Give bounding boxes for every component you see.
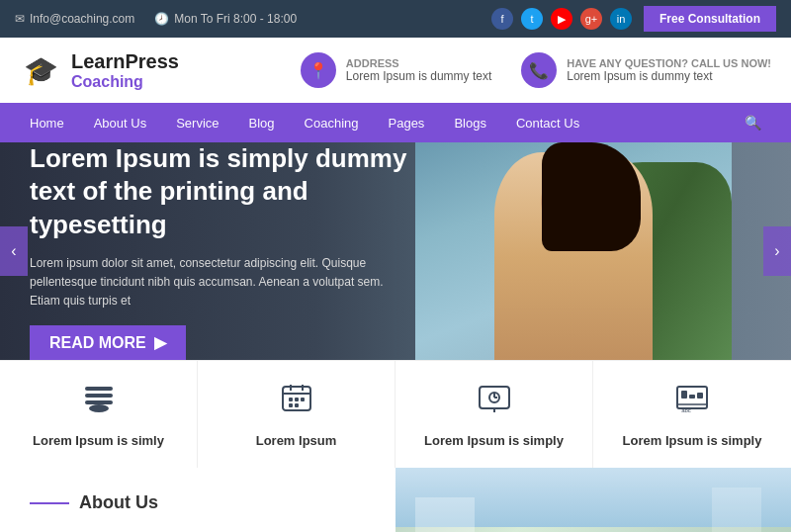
nav-item-service[interactable]: Service	[161, 104, 233, 142]
googleplus-icon[interactable]: g+	[580, 8, 602, 30]
twitter-icon[interactable]: t	[521, 8, 543, 30]
hero-description: Lorem ipsum dolor sit amet, consectetur …	[30, 254, 415, 311]
navbar: Home About Us Service Blog Coaching Page…	[0, 103, 791, 142]
logo: 🎓 LearnPress Coaching	[20, 49, 179, 91]
linkedin-icon[interactable]: in	[610, 8, 632, 30]
social-icons: f t ▶ g+ in	[491, 8, 632, 30]
hero-content: Lorem Ipsum is simply dummy text of the …	[0, 142, 445, 360]
header-info: 📍 ADDRESS Lorem Ipsum is dummy text 📞 Ha…	[301, 52, 771, 88]
about-section: About Us Lorem ipsum dolor sit amet, con…	[0, 468, 791, 532]
hours-info: 🕗 Mon To Fri 8:00 - 18:00	[154, 12, 297, 26]
phone-icon: 📞	[521, 52, 557, 88]
free-consultation-button[interactable]: Free Consultation	[644, 6, 776, 32]
nav-item-home[interactable]: Home	[15, 104, 79, 142]
svg-rect-10	[301, 398, 305, 401]
svg-rect-22	[697, 393, 703, 399]
logo-text: LearnPress Coaching	[71, 50, 179, 91]
svg-rect-12	[295, 403, 299, 407]
email-text: Info@coaching.com	[30, 12, 134, 26]
next-slide-button[interactable]: ›	[763, 226, 791, 276]
address-text: ADDRESS Lorem Ipsum is dummy text	[346, 57, 491, 83]
location-icon: 📍	[301, 52, 336, 88]
hero-title: Lorem Ipsum is simply dummy text of the …	[30, 142, 415, 242]
feature-item-1: Lorem Ipsum is simly	[0, 361, 198, 468]
nav-item-blog[interactable]: Blog	[234, 104, 290, 142]
facebook-icon[interactable]: f	[491, 8, 513, 30]
phone-label: Have Any Question? Call Us Now!	[567, 57, 771, 69]
features-section: Lorem Ipsum is simly Lorem Ipsum	[0, 360, 791, 468]
nav-item-pages[interactable]: Pages	[374, 104, 440, 142]
email-icon: ✉	[15, 12, 25, 26]
about-text: Lorem ipsum dolor sit amet, consectetur …	[30, 528, 366, 532]
about-right-image	[396, 468, 791, 532]
svg-rect-1	[85, 394, 113, 398]
clock-icon: 🕗	[154, 12, 169, 26]
svg-point-3	[89, 404, 109, 412]
arrow-icon: ▶	[154, 333, 166, 352]
svg-text:abc: abc	[681, 407, 691, 413]
hours-text: Mon To Fri 8:00 - 18:00	[174, 12, 297, 26]
feature-label-4: Lorem Ipsum is simply	[623, 433, 762, 448]
feature-item-3: Lorem Ipsum is simply	[396, 361, 593, 468]
top-bar-left: ✉ Info@coaching.com 🕗 Mon To Fri 8:00 - …	[15, 12, 297, 26]
feature-item-2: Lorem Ipsum	[198, 361, 396, 468]
youtube-icon[interactable]: ▶	[551, 8, 572, 30]
svg-rect-11	[289, 403, 293, 407]
building-1	[415, 497, 475, 532]
feature-item-4: abc Lorem Ipsum is simply	[593, 361, 791, 468]
svg-rect-20	[681, 391, 687, 399]
address-info: 📍 ADDRESS Lorem Ipsum is dummy text	[301, 52, 491, 88]
nav-item-coaching[interactable]: Coaching	[290, 104, 374, 142]
hero-btn-label: READ MORE	[49, 334, 146, 352]
logo-icon: 🎓	[20, 49, 61, 91]
email-info: ✉ Info@coaching.com	[15, 12, 134, 26]
search-icon[interactable]: 🔍	[730, 103, 776, 142]
address-label: ADDRESS	[346, 57, 491, 69]
header: 🎓 LearnPress Coaching 📍 ADDRESS Lorem Ip…	[0, 38, 791, 103]
woman-hair	[542, 142, 641, 251]
svg-rect-21	[689, 395, 695, 399]
nav-item-about[interactable]: About Us	[79, 104, 161, 142]
top-bar-right: f t ▶ g+ in Free Consultation	[491, 6, 776, 32]
phone-info: 📞 Have Any Question? Call Us Now! Lorem …	[521, 52, 771, 88]
read-more-button[interactable]: READ MORE ▶	[30, 325, 186, 360]
about-heading: About Us	[30, 492, 366, 513]
prev-slide-button[interactable]: ‹	[0, 226, 28, 276]
feature-icon-4: abc	[674, 381, 710, 423]
top-bar: ✉ Info@coaching.com 🕗 Mon To Fri 8:00 - …	[0, 0, 791, 38]
svg-rect-0	[85, 387, 113, 391]
feature-label-3: Lorem Ipsum is simply	[424, 433, 564, 448]
about-left: About Us Lorem ipsum dolor sit amet, con…	[0, 468, 396, 532]
phone-value: Lorem Ipsum is dummy text	[567, 69, 771, 83]
hero-section: Lorem Ipsum is simply dummy text of the …	[0, 142, 791, 360]
feature-label-2: Lorem Ipsum	[256, 433, 337, 448]
feature-icon-1	[81, 381, 117, 423]
logo-sub-text: Coaching	[71, 73, 179, 91]
address-value: Lorem Ipsum is dummy text	[346, 69, 491, 83]
hero-image	[415, 142, 732, 360]
feature-icon-2	[279, 381, 314, 423]
feature-icon-3	[477, 381, 512, 423]
svg-rect-9	[295, 398, 299, 401]
svg-rect-2	[85, 400, 113, 404]
svg-rect-8	[289, 398, 293, 401]
about-heading-text: About Us	[79, 492, 158, 513]
phone-text: Have Any Question? Call Us Now! Lorem Ip…	[567, 57, 771, 83]
nav-item-blogs[interactable]: Blogs	[439, 104, 501, 142]
feature-label-1: Lorem Ipsum is simly	[33, 433, 164, 448]
logo-main-text: LearnPress	[71, 50, 179, 73]
building-2	[712, 488, 761, 532]
nav-item-contact[interactable]: Contact Us	[501, 104, 594, 142]
